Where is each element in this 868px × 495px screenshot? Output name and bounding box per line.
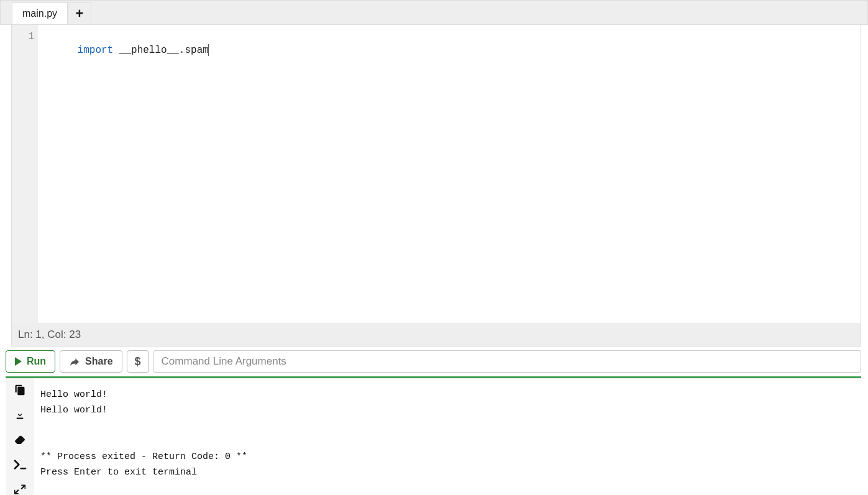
tab-label: main.py bbox=[22, 8, 57, 19]
editor-gutter: 1 bbox=[12, 25, 38, 323]
terminal-icon[interactable] bbox=[12, 459, 27, 470]
dollar-icon: $ bbox=[135, 355, 141, 368]
console-line: Press Enter to exit terminal bbox=[40, 467, 197, 478]
dollar-button[interactable]: $ bbox=[127, 350, 149, 373]
app-root: main.py + 1 import __phello__.spam Ln: 1… bbox=[0, 0, 868, 495]
run-label: Run bbox=[27, 356, 46, 367]
code-text: __phello__.spam bbox=[113, 45, 209, 56]
caret-icon bbox=[208, 44, 209, 56]
status-bar: Ln: 1, Col: 23 bbox=[11, 323, 861, 347]
share-button[interactable]: Share bbox=[60, 350, 122, 373]
command-line-args-input[interactable] bbox=[153, 350, 861, 373]
line-number: 1 bbox=[12, 30, 34, 43]
code-keyword: import bbox=[78, 45, 114, 56]
eraser-icon[interactable] bbox=[12, 434, 27, 445]
share-label: Share bbox=[85, 356, 112, 367]
copy-icon[interactable] bbox=[12, 384, 27, 396]
console-panel: Hello world! Hello world! ** Process exi… bbox=[6, 376, 861, 495]
console-output[interactable]: Hello world! Hello world! ** Process exi… bbox=[34, 378, 861, 495]
toolbar: Run Share $ bbox=[0, 347, 861, 376]
console-line: Hello world! bbox=[40, 389, 107, 400]
share-icon bbox=[69, 357, 80, 366]
console-line: ** Process exited - Return Code: 0 ** bbox=[40, 452, 247, 462]
plus-icon: + bbox=[76, 6, 84, 22]
tab-main-py[interactable]: main.py bbox=[12, 2, 68, 24]
run-button[interactable]: Run bbox=[6, 350, 55, 373]
expand-icon[interactable] bbox=[12, 484, 27, 495]
tab-add-button[interactable]: + bbox=[68, 2, 91, 24]
console-iconbar bbox=[6, 378, 34, 495]
console-line: Hello world! bbox=[40, 405, 107, 416]
status-text: Ln: 1, Col: 23 bbox=[18, 329, 81, 341]
download-icon[interactable] bbox=[12, 409, 27, 420]
editor: 1 import __phello__.spam bbox=[11, 25, 861, 323]
play-icon bbox=[15, 357, 22, 366]
code-area[interactable]: import __phello__.spam bbox=[38, 25, 861, 323]
tab-bar: main.py + bbox=[0, 0, 868, 25]
